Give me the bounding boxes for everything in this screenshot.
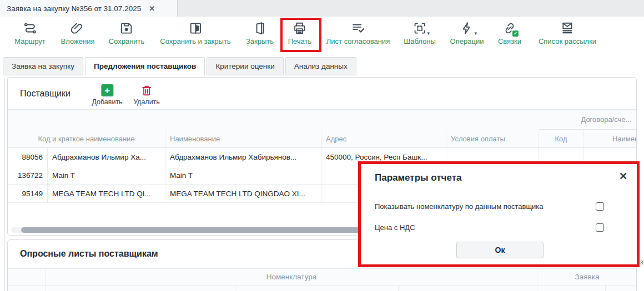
route-icon bbox=[23, 21, 37, 35]
mailing-list-button[interactable]: Список рассылки bbox=[539, 21, 596, 45]
attachments-label: Вложения bbox=[61, 37, 95, 45]
attachments-icon bbox=[71, 21, 85, 35]
save-icon bbox=[119, 21, 134, 35]
print-button[interactable]: Печать bbox=[288, 21, 312, 45]
option-row: Показывать номенклатуру по данным постав… bbox=[375, 201, 604, 212]
page-left-border bbox=[4, 78, 5, 291]
suppliers-title: Поставщики bbox=[20, 89, 71, 99]
tab-evaluation-criteria[interactable]: Критерии оценки bbox=[207, 57, 283, 75]
links-icon: ✓ bbox=[502, 21, 517, 35]
tab-supplier-offers[interactable]: Предложения поставщиков bbox=[85, 57, 205, 75]
check-badge-icon: ✓ bbox=[512, 30, 519, 37]
close-door-icon bbox=[253, 21, 267, 35]
dialog-title: Параметры отчета bbox=[375, 172, 461, 183]
contracts-group-header: Договора/сче... bbox=[539, 110, 637, 130]
dialog-close-icon[interactable]: ✕ bbox=[619, 170, 627, 182]
close-button[interactable]: Закрыть bbox=[246, 21, 274, 45]
chevron-down-icon: ▾ bbox=[474, 31, 477, 36]
operations-label: Операции bbox=[450, 37, 484, 45]
col-contract-name[interactable]: Наимен... bbox=[583, 130, 637, 147]
toolbar: Маршрут Вложения Сохранить Сохранить и з… bbox=[0, 17, 644, 57]
templates-button[interactable]: ▾ Шаблоны bbox=[404, 21, 436, 45]
document-tab-bar: Заявка на закупку №356 от 31.07.2025 ✕ bbox=[0, 0, 644, 17]
cell-name: Main T bbox=[165, 166, 321, 184]
page-tabs: Заявка на закупку Предложения поставщико… bbox=[3, 57, 356, 75]
table-group-header-row: Договора/сче... bbox=[8, 110, 637, 130]
tab-close-icon[interactable]: ✕ bbox=[149, 4, 155, 13]
report-parameters-dialog: Параметры отчета ✕ Показывать номенклату… bbox=[358, 161, 640, 267]
vat-price-checkbox[interactable] bbox=[596, 223, 604, 232]
attachments-button[interactable]: Вложения bbox=[61, 21, 95, 45]
operations-icon: ▾ bbox=[460, 21, 474, 35]
print-label: Печать bbox=[288, 37, 312, 45]
option-vat-price-label: Цена с НДС bbox=[375, 223, 415, 232]
trash-icon bbox=[140, 84, 153, 96]
route-button[interactable]: Маршрут bbox=[14, 21, 45, 45]
app-window: Заявка на закупку №356 от 31.07.2025 ✕ М… bbox=[0, 0, 644, 291]
col-code-short-name[interactable]: Код и краткое наименование bbox=[8, 130, 165, 147]
survey-col-nomenclature[interactable]: Номенклатура bbox=[46, 269, 537, 285]
cell-short-name: MEGA TEAM TECH LTD QI... bbox=[48, 185, 165, 202]
add-supplier-button[interactable]: + Добавить bbox=[92, 84, 122, 106]
links-button[interactable]: ✓ Связки bbox=[498, 21, 521, 45]
templates-label: Шаблоны bbox=[404, 37, 436, 45]
mailing-list-icon bbox=[560, 21, 575, 35]
survey-group-header-row: Номенклатура Заявка bbox=[8, 269, 637, 285]
delete-supplier-button[interactable]: Удалить bbox=[133, 84, 160, 106]
col-name[interactable]: Наименование bbox=[165, 130, 321, 147]
approval-sheet-label: Лист согласования bbox=[326, 37, 390, 45]
links-label: Связки bbox=[498, 37, 521, 45]
document-tab-title: Заявка на закупку №356 от 31.07.2025 bbox=[7, 4, 141, 13]
close-label: Закрыть bbox=[246, 37, 274, 45]
survey-col-empty bbox=[8, 269, 46, 285]
print-icon bbox=[293, 21, 307, 35]
cell-name: MEGA TEAM TECH LTD QINGDAO XI... bbox=[165, 185, 321, 202]
save-and-close-label: Сохранить и закрыть bbox=[160, 37, 230, 45]
approval-sheet-icon bbox=[351, 21, 365, 35]
add-label: Добавить bbox=[92, 98, 122, 106]
cell-short-name: Main T bbox=[48, 166, 165, 184]
option-show-nomenclature-label: Показывать номенклатуру по данным постав… bbox=[375, 202, 544, 211]
approval-sheet-button[interactable]: Лист согласования bbox=[326, 21, 390, 45]
survey-sheets-title: Опросные листы поставщикам bbox=[20, 249, 158, 259]
operations-button[interactable]: ▾ Операции bbox=[450, 21, 484, 45]
table-header-row: Код и краткое наименование Наименование … bbox=[8, 130, 637, 148]
cell-code: 95149 bbox=[8, 185, 48, 202]
document-tab[interactable]: Заявка на закупку №356 от 31.07.2025 ✕ bbox=[0, 0, 178, 17]
delete-label: Удалить bbox=[133, 98, 160, 106]
survey-col-request[interactable]: Заявка bbox=[537, 269, 637, 285]
cell-code: 88056 bbox=[8, 148, 48, 166]
survey-table: Номенклатура Заявка bbox=[8, 268, 637, 291]
col-payment-terms[interactable]: Условия оплаты bbox=[446, 130, 539, 147]
clipped-text-fragment: з. bbox=[640, 258, 644, 266]
option-row: Цена с НДС bbox=[375, 222, 604, 233]
save-label: Сохранить bbox=[109, 37, 145, 45]
cell-name: Абдрахманов Ильмир Хабирьянов... bbox=[165, 148, 321, 166]
mailing-list-label: Список рассылки bbox=[539, 37, 596, 45]
cell-short-name: Абдрахманов Ильмир Ха... bbox=[48, 148, 165, 166]
ok-button[interactable]: Ок bbox=[456, 242, 544, 258]
templates-icon: ▾ bbox=[412, 21, 427, 35]
save-and-close-button[interactable]: Сохранить и закрыть bbox=[160, 21, 230, 45]
cell-code: 136722 bbox=[8, 166, 48, 184]
save-button[interactable]: Сохранить bbox=[109, 21, 145, 45]
route-label: Маршрут bbox=[14, 37, 45, 45]
tab-purchase-request[interactable]: Заявка на закупку bbox=[3, 57, 83, 75]
show-nomenclature-checkbox[interactable] bbox=[596, 202, 604, 211]
chevron-down-icon: ▾ bbox=[427, 31, 430, 36]
col-address[interactable]: Адрес bbox=[321, 130, 446, 147]
save-and-close-icon bbox=[188, 21, 203, 35]
tab-data-analysis[interactable]: Анализ данных bbox=[285, 57, 356, 75]
plus-icon: + bbox=[101, 84, 113, 96]
survey-subheader-row bbox=[8, 285, 637, 291]
col-contract-code[interactable]: Код bbox=[539, 130, 583, 147]
